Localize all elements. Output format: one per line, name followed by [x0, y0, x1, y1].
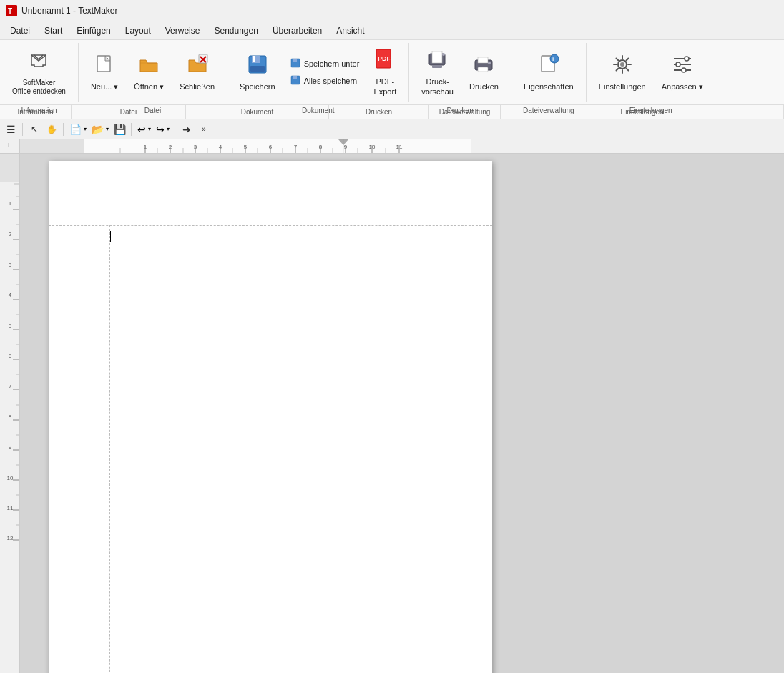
ribbon-group-dateiverwaltung: i Eigenschaften Dateiverwaltung: [511, 43, 587, 102]
menu-verweise[interactable]: Verweise: [158, 24, 207, 38]
undo-button[interactable]: ↩ ▾: [135, 122, 152, 137]
svg-text:8: 8: [9, 413, 12, 420]
pdf-export-button[interactable]: PDF PDF- Export: [367, 47, 403, 97]
softmaker-label: SoftMaker Office entdecken: [12, 79, 66, 96]
einstellungen-button[interactable]: Einstellungen: [592, 47, 652, 97]
svg-text:1: 1: [9, 200, 12, 207]
ruler-v-svg: 1 2 3 4 5 6 7 8: [0, 154, 20, 673]
speichern-unter-icon: [290, 57, 301, 71]
ribbon-group-dokument-buttons: Speichern Speichern unter: [233, 43, 403, 102]
alles-speichern-label: Alles speichern: [304, 77, 358, 85]
doc-button[interactable]: 📄 ▾: [67, 122, 88, 137]
svg-rect-18: [432, 65, 442, 68]
arrow-button[interactable]: ➜: [179, 122, 195, 137]
svg-point-34: [682, 68, 686, 72]
ribbon-group-drucken-buttons: Druck- vorschau Drucken: [415, 43, 505, 102]
toolbar: ☰ ↖ ✋ 📄 ▾ 📂 ▾ 💾 ↩ ▾ ↪ ▾ ➜ »: [0, 119, 784, 139]
open-arrow: ▾: [105, 126, 109, 132]
schliessen-button[interactable]: Schließen: [173, 47, 221, 97]
ribbon-group-einstellungen-buttons: Einstellungen Anpassen ▾: [592, 43, 710, 102]
speichern-icon: [246, 53, 269, 79]
alles-speichern-icon: [290, 74, 301, 88]
pdf-export-label: PDF- Export: [373, 77, 396, 96]
svg-point-32: [676, 62, 680, 67]
document-page[interactable]: [49, 161, 492, 673]
svg-rect-22: [478, 67, 488, 72]
svg-point-28: [620, 62, 624, 67]
drucken-label: Drucken: [469, 82, 499, 92]
save-tb-button[interactable]: 💾: [112, 122, 127, 137]
vertical-ruler: 1 2 3 4 5 6 7 8: [0, 154, 20, 673]
speichern-unter-button[interactable]: Speichern unter: [285, 56, 365, 72]
ribbon-group-dateiverwaltung-buttons: i Eigenschaften: [517, 43, 580, 102]
redo-button[interactable]: ↪ ▾: [154, 122, 171, 137]
toolbar-sep-4: [175, 123, 175, 136]
svg-rect-7: [252, 56, 260, 63]
hand-button[interactable]: ✋: [44, 122, 59, 137]
svg-rect-17: [432, 51, 442, 63]
eigenschaften-icon: i: [537, 53, 560, 79]
schliessen-label: Schließen: [180, 82, 215, 92]
titlebar: T Unbenannt 1 - TextMaker: [0, 0, 784, 21]
menu-einfuegen[interactable]: Einfügen: [69, 24, 117, 38]
svg-text:3: 3: [9, 262, 12, 268]
menu-lines-button[interactable]: ☰: [3, 122, 19, 137]
ruler-h-container: L · 1 2 3 4 5 6 7 8 9: [0, 139, 784, 154]
ribbon-content: SoftMaker Office entdecken Information N…: [0, 40, 784, 104]
svg-text:11: 11: [7, 505, 14, 511]
svg-text:10: 10: [7, 475, 14, 481]
speichern-button[interactable]: Speichern: [233, 47, 282, 97]
svg-text:4: 4: [9, 292, 12, 298]
menu-ueberarbeiten[interactable]: Überarbeiten: [265, 24, 329, 38]
window-title: Unbenannt 1 - TextMaker: [21, 6, 118, 16]
neu-label: Neu... ▾: [91, 82, 118, 92]
speichern-label: Speichern: [240, 82, 275, 92]
svg-text:i: i: [552, 56, 554, 62]
open-button[interactable]: 📂 ▾: [89, 122, 110, 137]
svg-point-23: [488, 62, 491, 64]
alles-speichern-button[interactable]: Alles speichern: [285, 73, 365, 89]
schliessen-icon: [186, 53, 209, 79]
svg-rect-9: [250, 66, 265, 72]
svg-text:5: 5: [9, 323, 12, 329]
menu-ansicht[interactable]: Ansicht: [329, 24, 371, 38]
softmaker-icon: [27, 49, 50, 76]
svg-text:12: 12: [7, 535, 14, 541]
neu-button[interactable]: Neu... ▾: [84, 47, 124, 97]
menu-datei[interactable]: Datei: [3, 24, 37, 38]
oeffnen-icon: [137, 53, 160, 79]
eigenschaften-button[interactable]: i Eigenschaften: [517, 47, 580, 97]
menu-start[interactable]: Start: [37, 24, 69, 38]
drucken-button[interactable]: Drucken: [463, 47, 505, 97]
ribbon-group-einstellungen: Einstellungen Anpassen ▾: [587, 43, 715, 102]
druckvorschau-icon: [426, 48, 449, 74]
ribbon-label-dokument: Dokument: [227, 107, 408, 114]
menu-sendungen[interactable]: Sendungen: [207, 24, 265, 38]
toolbar-sep-3: [131, 123, 132, 136]
softmaker-button[interactable]: SoftMaker Office entdecken: [6, 47, 72, 97]
svg-rect-11: [293, 59, 297, 62]
toolbar-sep-1: [22, 123, 23, 136]
svg-text:PDF: PDF: [378, 55, 391, 62]
doc-arrow: ▾: [83, 126, 87, 132]
app-icon: T: [6, 5, 17, 16]
redo-icon: ↪: [155, 124, 166, 135]
speichern-unter-label: Speichern unter: [304, 59, 360, 68]
undo-arrow: ▾: [147, 126, 152, 132]
menu-layout[interactable]: Layout: [118, 24, 158, 38]
ruler-corner: L: [0, 139, 20, 154]
svg-point-25: [550, 54, 559, 63]
cursor-button[interactable]: ↖: [26, 122, 42, 137]
svg-point-19: [442, 53, 445, 56]
neu-icon: [93, 53, 116, 79]
eigenschaften-label: Eigenschaften: [524, 82, 574, 92]
more-button[interactable]: »: [196, 122, 212, 137]
svg-text:·: ·: [86, 144, 87, 150]
ribbon-label-einstellungen: Einstellungen: [587, 107, 715, 114]
druckvorschau-button[interactable]: Druck- vorschau: [415, 47, 460, 97]
oeffnen-button[interactable]: Öffnen ▾: [127, 47, 170, 97]
einstellungen-label: Einstellungen: [599, 82, 646, 92]
horizontal-ruler: · 1 2 3 4 5 6 7 8 9 10 11: [20, 139, 784, 154]
anpassen-button[interactable]: Anpassen ▾: [655, 47, 710, 97]
document-area[interactable]: [20, 154, 784, 673]
